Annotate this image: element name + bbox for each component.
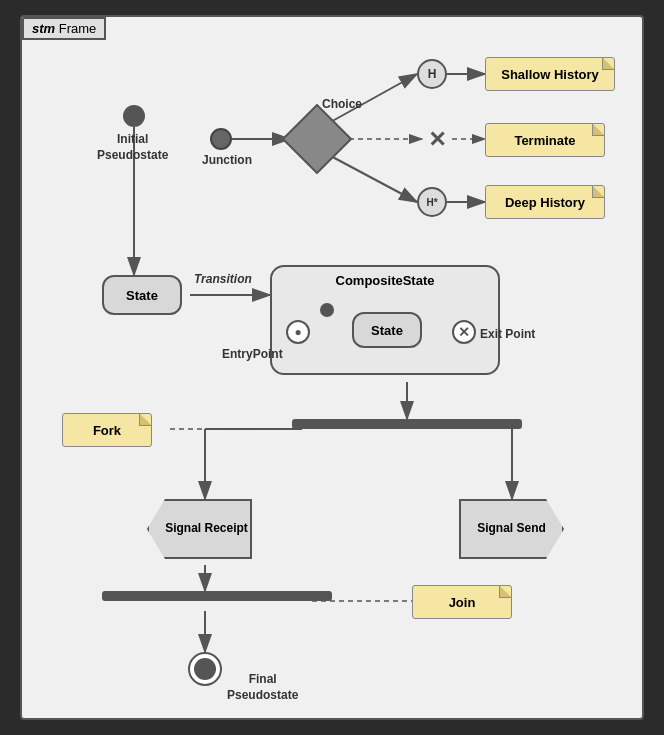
fork-bar	[292, 419, 522, 429]
frame-label: stm Frame	[22, 17, 106, 40]
deep-history-label: H*	[426, 197, 437, 208]
choice-node	[282, 104, 353, 175]
terminate-note: Terminate	[485, 123, 605, 157]
composite-inner-state-label: State	[371, 323, 403, 338]
shallow-history-note: Shallow History	[485, 57, 615, 91]
signal-send-node: Signal Send	[459, 499, 564, 559]
final-pseudostate	[188, 652, 222, 686]
signal-send-label: Signal Send	[477, 521, 546, 537]
frame-stm: stm	[32, 21, 55, 36]
transition-label: Transition	[194, 272, 252, 286]
junction-node	[210, 128, 232, 150]
deep-history-text: Deep History	[505, 195, 585, 210]
join-bar	[102, 591, 332, 601]
terminate-symbol: ✕	[422, 125, 452, 155]
state-label: State	[126, 288, 158, 303]
diagram-container: stm Frame	[20, 15, 644, 720]
initial-pseudostate-label: Initial Pseudostate	[97, 132, 168, 163]
terminate-text: Terminate	[514, 133, 575, 148]
final-pseudostate-label: Final Pseudostate	[227, 672, 298, 703]
signal-receipt-label: Signal Receipt	[165, 521, 248, 537]
svg-line-7	[327, 154, 417, 202]
deep-history-node: H*	[417, 187, 447, 217]
exit-point-label: Exit Point	[480, 327, 535, 341]
join-note: Join	[412, 585, 512, 619]
initial-pseudostate	[123, 105, 145, 127]
frame-text: Frame	[59, 21, 97, 36]
signal-receipt-node: Signal Receipt	[147, 499, 252, 559]
entry-point	[286, 320, 310, 344]
state-node: State	[102, 275, 182, 315]
choice-label: Choice	[322, 97, 362, 111]
junction-label: Junction	[202, 153, 252, 167]
fork-note: Fork	[62, 413, 152, 447]
shallow-history-node: H	[417, 59, 447, 89]
exit-point	[452, 320, 476, 344]
composite-inner-state: State	[352, 312, 422, 348]
composite-state-title: CompositeState	[336, 273, 435, 288]
entry-point-label: EntryPoint	[222, 347, 283, 361]
shallow-history-text: Shallow History	[501, 67, 599, 82]
deep-history-note: Deep History	[485, 185, 605, 219]
join-text: Join	[449, 595, 476, 610]
final-ps-inner	[194, 658, 216, 680]
fork-text: Fork	[93, 423, 121, 438]
shallow-history-label: H	[428, 67, 437, 81]
composite-initial-ps	[320, 303, 334, 317]
